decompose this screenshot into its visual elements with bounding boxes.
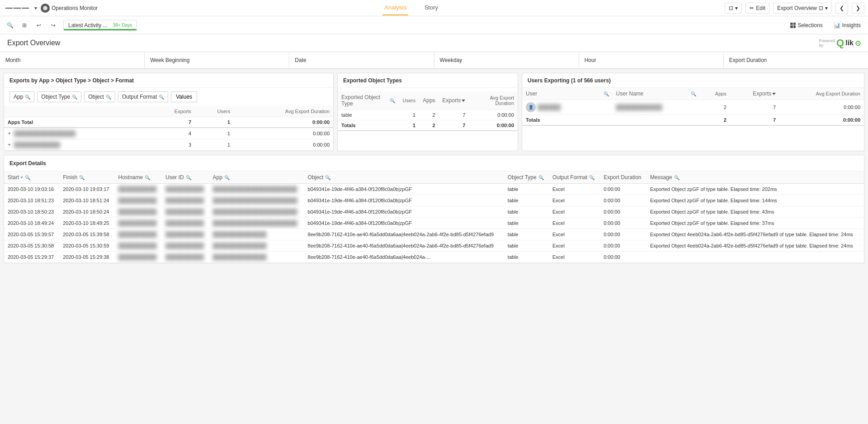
bookmark-button[interactable]: ⊡ ▾	[725, 3, 742, 14]
col-app	[4, 106, 149, 117]
qlik-logo: Poweredby Q lik ⊙	[819, 37, 861, 49]
back-button[interactable]: ❮	[835, 3, 848, 14]
d-start: 2020-03-05 15:39:57	[4, 229, 59, 240]
d-hostname: ██████████	[114, 240, 162, 252]
d-col-finish[interactable]: Finish 🔍	[59, 172, 114, 184]
ot-type: table	[338, 110, 399, 120]
u-apps: 2	[700, 100, 730, 115]
object-type-search-icon-d[interactable]: 🔍	[538, 175, 544, 180]
ot-type-search-icon[interactable]: 🔍	[390, 98, 395, 103]
details-table-scroll[interactable]: Start ▾ 🔍 Finish 🔍	[4, 172, 864, 263]
search-toolbar-button[interactable]: 🔍	[4, 19, 16, 32]
filter-month[interactable]: Month	[0, 52, 145, 68]
exports-total-row: Apps Total 7 1 0:00:00	[4, 117, 333, 128]
message-search-icon[interactable]: 🔍	[674, 175, 679, 180]
second-toolbar: 🔍 ⊞ ↩ ↪ Latest Activity ... 38+ Days Sel…	[0, 16, 868, 34]
ot-total-label: Totals	[338, 120, 399, 131]
edit-button[interactable]: ✏ Edit	[745, 3, 769, 14]
detail-row: 2020-03-10 18:49:242020-03-10 18:49:25██…	[4, 218, 864, 229]
hostname-search-icon[interactable]: 🔍	[145, 175, 150, 180]
exports-table: Exports Users Avg Export Duration Apps T…	[4, 106, 333, 151]
d-object: b049341e-19de-4f46-a384-0f120f8c0a0b|zpG…	[304, 206, 504, 218]
layout-button[interactable]: ⊞	[18, 19, 31, 32]
export-details-header: Export Details	[4, 155, 864, 172]
activity-badge[interactable]: Latest Activity ... 38+ Days	[63, 20, 137, 31]
d-col-userid[interactable]: User ID 🔍	[162, 172, 209, 184]
d-output-format: Excel	[549, 206, 600, 218]
d-object-type: table	[504, 252, 549, 263]
d-col-start[interactable]: Start ▾ 🔍	[4, 172, 59, 184]
start-sort-icon: ▾	[21, 175, 23, 180]
activity-text: Latest Activity ...	[68, 22, 108, 29]
values-button[interactable]: Values	[171, 91, 197, 102]
row1-app-name: ████████████████	[14, 130, 75, 137]
d-object-type: table	[504, 229, 549, 240]
userid-search-icon[interactable]: 🔍	[186, 175, 191, 180]
selections-button[interactable]: Selections	[787, 20, 826, 30]
tab-story[interactable]: Story	[423, 0, 440, 15]
search-icon: 🔍	[7, 22, 14, 29]
filter-object-type-button[interactable]: Object Type 🔍	[37, 91, 81, 102]
d-object-type: table	[504, 184, 549, 195]
filter-output-format-button[interactable]: Output Format 🔍	[118, 91, 168, 102]
d-export-duration: 0:00:00	[600, 229, 646, 240]
u-exports-sort-icon	[772, 93, 776, 95]
app-logo: Operations Monitor	[41, 4, 98, 13]
filter-date[interactable]: Date	[289, 52, 434, 68]
d-col-object-type[interactable]: Object Type 🔍	[504, 172, 549, 184]
filter-export-duration[interactable]: Export Duration	[724, 52, 868, 68]
d-col-output-format[interactable]: Output Format 🔍	[549, 172, 600, 184]
filter-object-button[interactable]: Object 🔍	[84, 91, 115, 102]
d-col-app[interactable]: App 🔍	[209, 172, 304, 184]
d-message: Exported Object zpGF of type table. Elap…	[646, 195, 864, 206]
filter-week-beginning[interactable]: Week Beginning	[145, 52, 289, 68]
hamburger-button[interactable]	[4, 5, 31, 11]
row2-app-name: ████████████	[14, 142, 60, 148]
redo-button[interactable]: ↪	[47, 19, 60, 32]
export-overview-button[interactable]: Export Overview ⊡ ▾	[773, 3, 832, 14]
object-search-icon-d[interactable]: 🔍	[325, 175, 330, 180]
filter-bar: Month Week Beginning Date Weekday Hour E…	[0, 52, 868, 69]
undo-button[interactable]: ↩	[33, 19, 45, 32]
d-app: ██████████████████████	[209, 206, 304, 218]
row1-users: 1	[195, 128, 234, 139]
d-col-export-duration[interactable]: Export Duration	[600, 172, 646, 184]
d-object: b049341e-19de-4f46-a384-0f120f8c0a0b|zpG…	[304, 218, 504, 229]
filter-hour[interactable]: Hour	[579, 52, 724, 68]
forward-button[interactable]: ❯	[852, 3, 864, 14]
d-finish: 2020-03-05 15:29:38	[59, 252, 114, 263]
finish-search-icon[interactable]: 🔍	[79, 175, 85, 180]
d-finish: 2020-03-10 18:51:24	[59, 195, 114, 206]
filter-weekday[interactable]: Weekday	[434, 52, 579, 68]
d-message: Exported Object 4eeb024a-2ab6-4f2e-bd85-…	[646, 240, 864, 252]
d-object: 8ee9b208-7162-410e-ae40-f6a5dd0da6aa|4ee…	[304, 229, 504, 240]
output-format-search-icon-d[interactable]: 🔍	[589, 175, 594, 180]
expand-icon-2[interactable]: +	[8, 142, 11, 148]
nav-tabs: Analysis Story	[101, 0, 721, 15]
u-total-spacer	[613, 115, 700, 126]
ot-total-avg-duration: 0:00:00	[469, 120, 518, 131]
toolbar-icons: 🔍 ⊞ ↩ ↪	[4, 19, 60, 32]
tab-analysis[interactable]: Analysis	[382, 0, 408, 15]
username-search-icon[interactable]: 🔍	[691, 91, 696, 96]
total-exports: 7	[149, 117, 195, 128]
d-output-format: Excel	[549, 195, 600, 206]
d-start: 2020-03-10 19:03:16	[4, 184, 59, 195]
grid-icon	[790, 23, 796, 28]
expand-icon-1[interactable]: +	[8, 130, 11, 137]
d-finish: 2020-03-10 18:50:24	[59, 206, 114, 218]
d-finish: 2020-03-10 19:03:17	[59, 184, 114, 195]
d-col-hostname[interactable]: Hostname 🔍	[114, 172, 162, 184]
filter-app-button[interactable]: App 🔍	[9, 91, 34, 102]
nav-dropdown-icon[interactable]: ▾	[34, 5, 37, 11]
d-start: 2020-03-05 15:29:37	[4, 252, 59, 263]
d-col-message[interactable]: Message 🔍	[646, 172, 864, 184]
d-hostname: ██████████	[114, 184, 162, 195]
start-search-icon[interactable]: 🔍	[25, 175, 30, 180]
user-search-icon[interactable]: 🔍	[604, 91, 609, 96]
insights-button[interactable]: 📊 Insights	[830, 20, 864, 30]
d-message	[646, 252, 864, 263]
app-search-icon-d[interactable]: 🔍	[224, 175, 230, 180]
d-col-object[interactable]: Object 🔍	[304, 172, 504, 184]
top-nav: ▾ Operations Monitor Analysis Story ⊡ ▾ …	[0, 0, 868, 16]
